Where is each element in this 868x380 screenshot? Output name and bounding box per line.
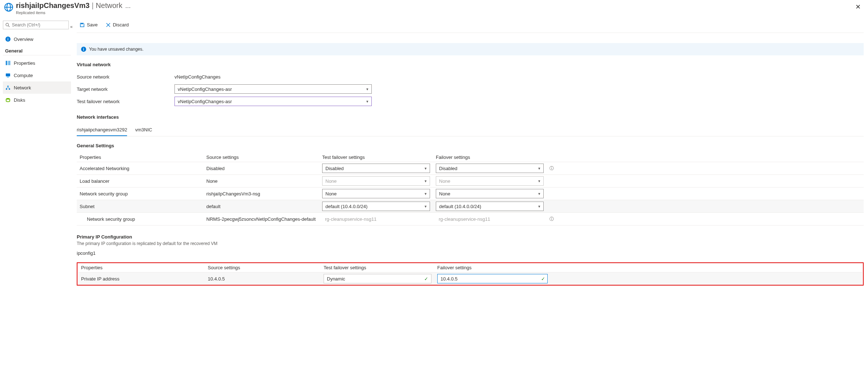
lb-label: Load balancer: [77, 178, 203, 184]
subnsg-tfo-value: rg-cleanupservice-nsg11: [325, 216, 376, 222]
source-network-value: vNetIpConfigChanges: [174, 74, 864, 80]
chevron-down-icon: ▾: [425, 191, 427, 196]
discard-icon: [106, 22, 111, 28]
chevron-down-icon: ▾: [538, 179, 540, 183]
tfo-network-selected: vNetIpConfigChanges-asr: [178, 99, 232, 104]
nsg-source: rishjaiIpChangesVm3-nsg: [203, 191, 319, 197]
nav-disks[interactable]: Disks: [3, 94, 71, 106]
network-icon: [5, 85, 11, 90]
sidebar-search[interactable]: [3, 21, 69, 29]
nav-compute-label: Compute: [14, 73, 33, 78]
main-content: Save Discard i You have unsaved changes.…: [72, 18, 868, 293]
network-interfaces-heading: Network interfaces: [77, 114, 864, 120]
sidebar: « i Overview General Properties Compute: [0, 18, 72, 293]
nav-overview[interactable]: i Overview: [3, 33, 71, 45]
nav-properties-label: Properties: [14, 60, 35, 66]
close-button[interactable]: ✕: [852, 1, 864, 12]
compute-icon: [5, 72, 11, 78]
nav-disks-label: Disks: [14, 97, 25, 103]
chevron-down-icon: ▾: [425, 179, 427, 183]
private-ip-source: 10.4.0.5: [205, 276, 321, 282]
highlighted-region: Properties Source settings Test failover…: [77, 262, 864, 286]
table-header: Properties Source settings Test failover…: [77, 153, 864, 162]
tfo-network-dropdown[interactable]: vNetIpConfigChanges-asr ▾: [174, 97, 372, 106]
nsg-fo-dropdown[interactable]: None ▾: [436, 189, 544, 198]
private-ip-tfo-dropdown[interactable]: Dynamic ✓: [324, 274, 431, 283]
col-fo: Failover settings: [434, 265, 548, 270]
chevron-down-icon: ▾: [538, 191, 540, 196]
accel-source: Disabled: [203, 166, 319, 171]
general-settings-table: Properties Source settings Test failover…: [77, 153, 864, 225]
nav-compute[interactable]: Compute: [3, 69, 71, 81]
nav-properties[interactable]: Properties: [3, 57, 71, 69]
nav-network[interactable]: Network: [3, 81, 71, 94]
svg-line-4: [8, 26, 9, 27]
accel-label: Accelerated Networking: [77, 166, 203, 171]
col-tfo: Test failover settings: [321, 265, 434, 270]
accel-fo-value: Disabled: [439, 166, 458, 171]
checkmark-icon: ✓: [424, 276, 428, 282]
private-ip-tfo-value: Dynamic: [327, 276, 345, 282]
subnet-tfo-dropdown[interactable]: default (10.4.0.0/24) ▾: [322, 202, 430, 211]
subnsg-label: Network security group: [77, 216, 203, 222]
blade-title: Network: [96, 1, 122, 10]
nic-tab-0[interactable]: rishjaiipchangesvm3292: [77, 125, 127, 136]
svg-rect-16: [81, 23, 83, 24]
primary-ip-desc: The primary IP configuration is replicat…: [77, 241, 864, 246]
source-network-label: Source network: [77, 74, 174, 80]
sidebar-search-input[interactable]: [12, 22, 66, 28]
lb-tfo-dropdown[interactable]: None ▾: [322, 176, 430, 186]
unsaved-changes-notice: i You have unsaved changes.: [77, 43, 864, 55]
title-separator: |: [92, 1, 93, 10]
col-source: Source settings: [205, 265, 321, 270]
resource-type-subtitle: Replicated items: [16, 10, 122, 15]
checkmark-icon: ✓: [541, 276, 545, 282]
svg-point-3: [6, 23, 9, 26]
subnsg-fo-value: rg-cleanupservice-nsg11: [439, 216, 490, 222]
private-ip-label: Private IP address: [78, 276, 205, 282]
row-subnet-nsg: Network security group NRMS-2pecgwj5zson…: [77, 213, 864, 225]
chevron-down-icon: ▾: [425, 166, 427, 171]
properties-icon: [5, 60, 11, 66]
nsg-tfo-dropdown[interactable]: None ▾: [322, 189, 430, 198]
svg-rect-9: [7, 77, 9, 77]
save-button[interactable]: Save: [77, 20, 100, 30]
accel-tfo-dropdown[interactable]: Disabled ▾: [322, 164, 430, 173]
chevron-down-icon: ▾: [366, 87, 368, 92]
discard-button-label: Discard: [113, 22, 129, 28]
nic-tab-1-label: vm3NIC: [135, 127, 152, 132]
more-actions-button[interactable]: ···: [125, 4, 131, 11]
target-network-dropdown[interactable]: vNetIpConfigChanges-asr ▾: [174, 84, 372, 94]
subnet-fo-dropdown[interactable]: default (10.4.0.0/24) ▾: [436, 202, 544, 211]
nav-overview-label: Overview: [14, 37, 33, 42]
col-tfo: Test failover settings: [319, 155, 433, 160]
discard-button[interactable]: Discard: [104, 20, 131, 30]
nsg-label: Network security group: [77, 191, 203, 197]
lb-source: None: [203, 178, 319, 184]
resource-icon: [4, 3, 13, 12]
subnsg-source: NRMS-2pecgwj5zsoncvNetIpConfigChanges-de…: [203, 216, 319, 222]
nsg-tfo-value: None: [325, 191, 337, 197]
virtual-network-heading: Virtual network: [77, 62, 864, 67]
svg-rect-5: [6, 61, 7, 65]
accel-tfo-value: Disabled: [325, 166, 344, 171]
lb-fo-dropdown[interactable]: None ▾: [436, 176, 544, 186]
subnet-label: Subnet: [77, 204, 203, 209]
subnet-tfo-value: default (10.4.0.0/24): [325, 204, 367, 209]
target-network-label: Target network: [77, 86, 174, 92]
col-properties: Properties: [78, 265, 205, 270]
col-properties: Properties: [77, 155, 203, 160]
tfo-network-label: Test failover network: [77, 99, 174, 104]
chevron-down-icon: ▾: [425, 204, 427, 209]
row-subnet: Subnet default default (10.4.0.0/24) ▾ d…: [77, 200, 864, 213]
svg-line-13: [7, 86, 8, 89]
subnsg-tfo-value-box: rg-cleanupservice-nsg11: [322, 214, 430, 224]
accel-fo-dropdown[interactable]: Disabled ▾: [436, 164, 544, 173]
nic-tab-1[interactable]: vm3NIC: [135, 125, 152, 136]
private-ip-fo-input[interactable]: [437, 274, 548, 283]
col-fo: Failover settings: [433, 155, 547, 160]
nav-section-general: General: [3, 45, 71, 54]
notice-text: You have unsaved changes.: [89, 47, 143, 52]
nsg-fo-value: None: [439, 191, 450, 197]
disks-icon: [5, 97, 11, 103]
